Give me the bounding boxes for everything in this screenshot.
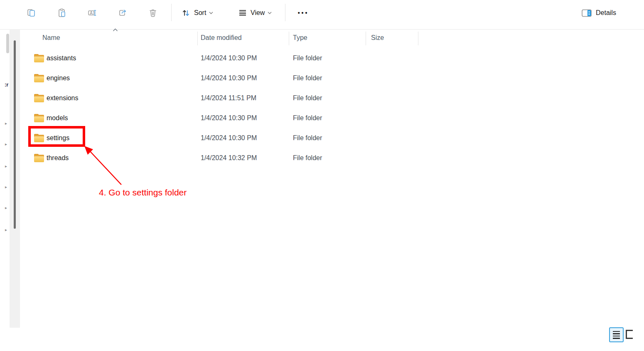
scrollbar-fragment[interactable] [6,34,9,53]
sort-icon [181,8,191,18]
file-date-modified: 1/4/2024 11:51 PM [201,94,256,102]
details-pane-icon [582,9,592,17]
file-date-modified: 1/4/2024 10:30 PM [201,54,257,62]
more-options-button[interactable]: ••• [296,6,311,20]
rename-icon: A [87,8,97,18]
folder-icon [34,54,44,62]
details-pane-toggle[interactable]: Details [582,6,616,20]
toolbar-divider [285,4,285,21]
file-date-modified: 1/4/2024 10:30 PM [201,134,257,142]
toolbar-divider [171,4,172,21]
column-header-size[interactable]: Size [371,34,384,42]
tree-expand-chevron-icon[interactable]: ▸ [5,142,10,146]
trash-icon [148,8,158,18]
share-button[interactable] [115,6,130,20]
navigation-scrollbar-thumb[interactable] [14,40,16,229]
details-label: Details [596,9,616,17]
file-name: extensions [47,94,79,102]
file-date-modified: 1/4/2024 10:30 PM [201,74,257,82]
table-row[interactable]: engines 1/4/2024 10:30 PM File folder [25,69,482,89]
table-row[interactable]: extensions 1/4/2024 11:51 PM File folder [25,89,482,109]
folder-icon [34,94,44,102]
file-type: File folder [293,54,322,62]
table-row[interactable]: threads 1/4/2024 10:32 PM File folder [25,148,482,168]
details-view-toggle[interactable] [609,327,624,342]
column-header-date-modified[interactable]: Date modified [201,34,242,42]
delete-button[interactable] [145,6,160,20]
tree-expand-chevron-icon[interactable]: ▸ [5,164,10,168]
file-name: engines [47,74,70,82]
annotation-label: 4. Go to settings folder [99,188,187,198]
file-type: File folder [293,94,322,102]
toolbar: A [0,0,644,30]
chevron-down-icon [209,12,213,14]
tree-expand-chevron-icon[interactable]: ▸ [5,228,10,232]
table-row[interactable]: assistants 1/4/2024 10:30 PM File folder [25,49,482,69]
file-name: models [47,114,68,122]
column-header-type[interactable]: Type [293,34,307,42]
view-icon [238,8,248,18]
tree-expand-chevron-icon[interactable]: ▸ [5,206,10,210]
svg-text:A: A [90,11,93,15]
column-headers: Name Date modified Type Size [25,30,644,47]
copy-button[interactable] [24,6,39,20]
rename-button[interactable]: A [85,6,100,20]
file-name: threads [47,154,69,162]
table-row[interactable]: models 1/4/2024 10:30 PM File folder [25,109,482,129]
sort-label: Sort [194,9,206,17]
thumbnails-view-toggle-icon[interactable] [626,330,633,339]
sort-ascending-icon [113,28,118,32]
file-explorer-window: A [0,0,644,351]
share-icon [118,8,128,18]
file-name: assistants [47,54,76,62]
column-divider[interactable] [197,32,198,45]
file-date-modified: 1/4/2024 10:30 PM [201,114,257,122]
folder-icon [34,154,44,162]
column-divider[interactable] [289,32,289,45]
file-type: File folder [293,134,322,142]
file-type: File folder [293,74,322,82]
file-type: File folder [293,114,322,122]
navigation-partial-text: :r [5,82,8,88]
copy-icon [26,8,36,18]
file-type: File folder [293,154,322,162]
file-date-modified: 1/4/2024 10:32 PM [201,154,257,162]
folder-icon [34,114,44,122]
sort-button[interactable]: Sort [181,6,213,20]
column-header-name[interactable]: Name [42,34,60,42]
paste-icon [57,8,67,18]
table-row-settings[interactable]: settings 1/4/2024 10:30 PM File folder [25,129,482,148]
column-divider[interactable] [418,32,418,45]
paste-button[interactable] [54,6,69,20]
folder-icon [34,74,44,82]
more-icon: ••• [298,10,309,16]
view-button[interactable]: View [238,6,272,20]
annotation-highlight-box [28,126,85,147]
tree-expand-chevron-icon[interactable]: ▸ [5,185,10,189]
view-label: View [251,9,265,17]
chevron-down-icon [268,12,272,14]
tree-expand-chevron-icon[interactable]: ▸ [5,121,10,126]
column-divider[interactable] [366,32,366,45]
